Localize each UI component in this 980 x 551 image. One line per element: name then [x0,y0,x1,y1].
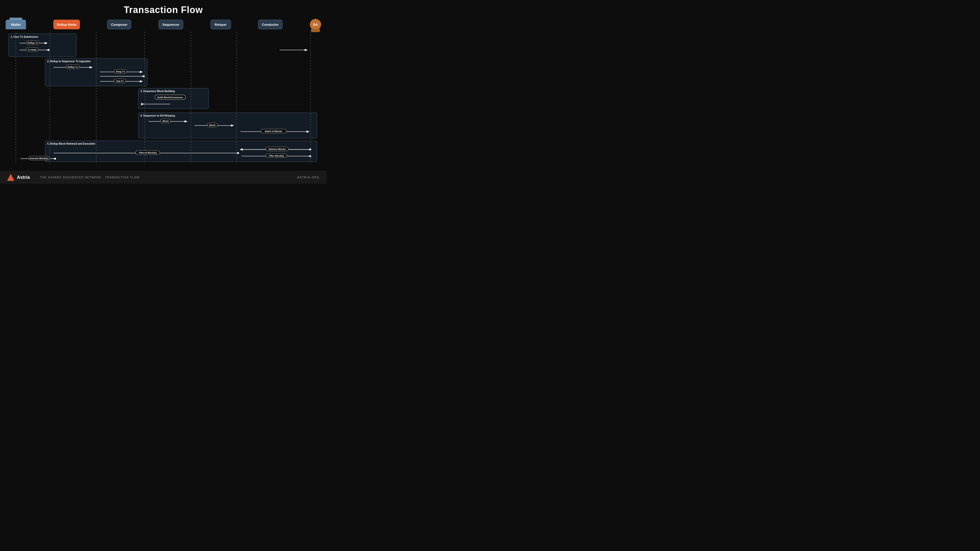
svg-rect-23 [155,95,186,100]
svg-text:3. Sequencer Block Building: 3. Sequencer Block Building [140,90,175,93]
svg-rect-47 [136,151,160,155]
svg-rect-19 [114,79,126,83]
svg-text:Filtered Block(s): Filtered Block(s) [139,151,157,154]
arrows-svg: 1. User Tx Submission Rollup Tx Tx Hash … [6,32,321,164]
actor-rollup: Rollup Node [53,20,80,29]
svg-rect-21 [138,88,208,109]
svg-text:2. Rollup to Sequencer Tx Inge: 2. Rollup to Sequencer Tx Ingestion [47,60,91,63]
svg-rect-29 [161,119,171,123]
astria-logo-icon [7,174,14,181]
diagram-area: 1. User Tx Submission Rollup Tx Tx Hash … [6,32,321,164]
footer-url: ASTRIA.ORG [297,176,320,179]
page-title: Transaction Flow [0,0,327,15]
footer-logo: Astria [7,174,30,181]
svg-rect-7 [26,48,38,52]
svg-rect-41 [266,147,288,151]
svg-rect-44 [266,154,287,158]
svg-text:4. Sequencer to DA Relaying: 4. Sequencer to DA Relaying [140,114,175,117]
svg-rect-9 [45,59,147,86]
svg-rect-32 [207,123,218,127]
svg-text:Seq Tx: Seq Tx [116,80,124,83]
svg-rect-37 [45,141,317,162]
actor-sequencer: Sequencer [159,20,183,29]
svg-text:Retrieve Blocks: Retrieve Blocks [269,148,286,151]
svg-text:Wrap Tx: Wrap Tx [116,70,125,73]
svg-text:5. Rollup Block Retrieval and : 5. Rollup Block Retrieval and Execution [47,142,95,145]
actors-row: Wallet Rollup Node Composer Sequencer Re… [0,15,327,30]
svg-rect-0 [9,34,76,57]
svg-rect-3 [26,41,39,44]
svg-text:Build Block/Consensus: Build Block/Consensus [158,96,183,99]
svg-rect-12 [66,65,80,69]
svg-rect-15 [114,69,127,73]
svg-text:Tx Hash: Tx Hash [27,48,37,51]
svg-text:Batch of Blocks: Batch of Blocks [265,130,282,133]
svg-text:Rollup Tx: Rollup Tx [27,41,38,44]
actor-conductor: Conductor [258,20,283,29]
svg-rect-26 [138,113,317,138]
footer-subtitle: THE SHARED SEQUENCER NETWORK · TRANSACTI… [40,176,140,179]
svg-text:Execute Block(s): Execute Block(s) [30,157,48,160]
svg-text:Rollup Tx: Rollup Tx [68,66,78,68]
actor-da: DA [310,19,321,30]
actor-wallet: Wallet [6,20,26,29]
svg-text:1.  User Tx Submission: 1. User Tx Submission [11,35,38,38]
actor-composer: Composer [107,20,131,29]
actor-relayer: Relayer [210,20,231,29]
svg-text:Block: Block [162,120,169,122]
svg-text:Filter Block(s): Filter Block(s) [269,155,284,157]
svg-text:Block: Block [209,124,216,127]
svg-rect-50 [29,156,49,160]
footer-logo-text: Astria [17,175,30,180]
svg-rect-35 [261,129,286,133]
footer: Astria THE SHARED SEQUENCER NETWORK · TR… [0,171,327,184]
